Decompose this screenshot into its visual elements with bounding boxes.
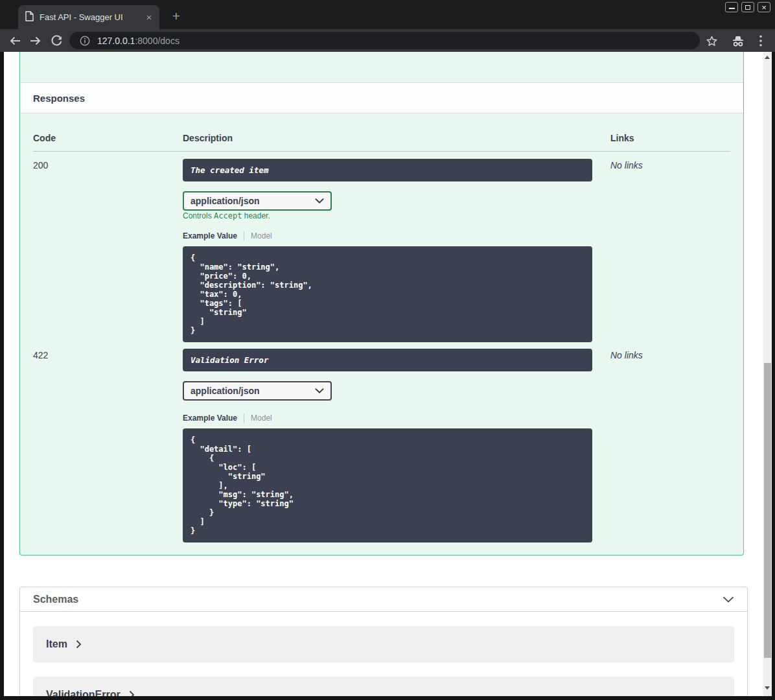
- bookmark-button[interactable]: [704, 33, 719, 49]
- schema-item-row[interactable]: Item: [33, 626, 734, 662]
- tab-separator: [244, 414, 244, 423]
- column-header-description: Description: [183, 133, 610, 143]
- triangle-down-icon[interactable]: [765, 686, 770, 690]
- page-favicon-icon: [25, 11, 34, 24]
- tab-close-icon[interactable]: ×: [144, 12, 154, 23]
- menu-button[interactable]: [753, 33, 769, 49]
- responses-title: Responses: [33, 93, 85, 104]
- window-frame-bottom: [0, 696, 775, 700]
- response-description-box: The created item: [183, 159, 592, 181]
- url-bar[interactable]: 127.0.0.1:8000/docs: [69, 32, 700, 49]
- responses-table-header: Code Description Links: [33, 113, 730, 152]
- opblock-spacer: [20, 52, 743, 82]
- schema-name: ValidationError: [46, 689, 121, 696]
- response-description-text: Validation Error: [191, 355, 268, 365]
- example-model-tabs: Example Value Model: [183, 414, 610, 423]
- chevron-down-icon: [315, 388, 324, 393]
- chevron-right-icon: [76, 640, 82, 649]
- minimize-icon: [729, 8, 735, 9]
- back-button[interactable]: [7, 33, 23, 49]
- schemas-title: Schemas: [33, 594, 78, 605]
- schema-item-row[interactable]: ValidationError: [33, 677, 734, 696]
- response-description-cell: Validation Error application/json Exampl…: [183, 349, 610, 542]
- column-header-code: Code: [33, 133, 183, 143]
- chevron-right-icon: [129, 690, 135, 696]
- chevron-down-icon: [315, 198, 324, 204]
- opblock-post-section: Responses Code Description Links 200 The…: [19, 52, 744, 555]
- browser-tab[interactable]: Fast API - Swagger UI ×: [18, 5, 159, 29]
- tab-example-value[interactable]: Example Value: [183, 231, 237, 240]
- forward-button[interactable]: [28, 33, 43, 49]
- response-description-cell: The created item application/json Contro…: [183, 152, 610, 342]
- schema-name: Item: [46, 638, 67, 650]
- swagger-page: Responses Code Description Links 200 The…: [4, 52, 763, 696]
- response-links: No links: [610, 349, 730, 542]
- example-json-block: { "name": "string", "price": 0, "descrip…: [183, 246, 592, 342]
- browser-window: Fast API - Swagger UI × + × 127.0.0.1:80…: [0, 0, 775, 700]
- new-tab-button[interactable]: +: [168, 8, 185, 25]
- triangle-up-icon[interactable]: [765, 56, 770, 59]
- url-path: :8000/docs: [135, 36, 179, 46]
- response-row-422: 422 Validation Error application/json Ex…: [33, 349, 730, 542]
- example-model-tabs: Example Value Model: [183, 231, 610, 240]
- response-description-box: Validation Error: [183, 349, 592, 371]
- incognito-icon: [730, 33, 746, 49]
- window-controls: ×: [725, 2, 770, 12]
- schemas-section: Schemas Item ValidationError: [19, 587, 748, 696]
- arrow-right-icon: [29, 34, 43, 48]
- media-type-value: application/json: [191, 386, 260, 396]
- example-json-block: { "detail": [ { "loc": [ "string" ], "ms…: [183, 428, 592, 542]
- accept-header-hint: Controls Accept header.: [183, 211, 610, 220]
- tab-model[interactable]: Model: [251, 414, 272, 423]
- response-code: 422: [33, 349, 183, 542]
- window-frame-left: [0, 52, 4, 700]
- arrow-left-icon: [8, 34, 22, 48]
- tab-separator: [244, 231, 244, 240]
- tab-example-value[interactable]: Example Value: [183, 414, 237, 423]
- media-type-select[interactable]: application/json: [183, 191, 332, 211]
- response-links: No links: [610, 152, 730, 342]
- response-description-text: The created item: [191, 165, 268, 175]
- responses-table: Code Description Links 200 The created i…: [33, 113, 730, 542]
- media-type-value: application/json: [191, 196, 260, 206]
- reload-button[interactable]: [49, 33, 64, 49]
- media-type-select[interactable]: application/json: [183, 381, 332, 401]
- window-close-button[interactable]: ×: [758, 2, 770, 12]
- kebab-menu-icon: [759, 35, 762, 47]
- window-maximize-button[interactable]: [741, 2, 754, 12]
- window-frame-right: [772, 52, 775, 700]
- url-host: 127.0.0.1: [97, 36, 135, 46]
- tab-model[interactable]: Model: [251, 231, 272, 240]
- column-header-links: Links: [610, 133, 730, 143]
- browser-titlebar: Fast API - Swagger UI × + ×: [0, 0, 775, 29]
- chevron-down-icon[interactable]: [723, 596, 734, 603]
- url-text: 127.0.0.1:8000/docs: [97, 36, 179, 46]
- info-circle-icon: [78, 34, 91, 47]
- page-scrollbar[interactable]: [763, 52, 772, 696]
- scrollbar-thumb[interactable]: [764, 363, 771, 658]
- maximize-icon: [745, 5, 750, 10]
- response-code: 200: [33, 152, 183, 342]
- browser-toolbar: 127.0.0.1:8000/docs: [0, 29, 775, 52]
- star-outline-icon: [705, 34, 719, 48]
- response-row-200: 200 The created item application/json Co…: [33, 152, 730, 342]
- window-minimize-button[interactable]: [725, 2, 738, 12]
- refresh-icon: [49, 34, 64, 48]
- tab-title: Fast API - Swagger UI: [40, 12, 144, 22]
- close-icon: ×: [761, 3, 767, 12]
- responses-header: Responses: [20, 82, 743, 113]
- schemas-header[interactable]: Schemas: [20, 587, 747, 612]
